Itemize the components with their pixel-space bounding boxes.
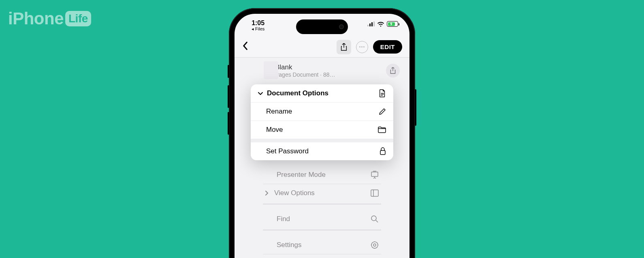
more-button[interactable] bbox=[356, 41, 368, 53]
document-share-button[interactable] bbox=[386, 64, 400, 77]
volume-down-button bbox=[228, 112, 229, 135]
menu-rename[interactable]: Rename bbox=[251, 103, 393, 121]
content-area: Blank Pages Document · 88… Document Opti… bbox=[235, 58, 409, 258]
back-to-app[interactable]: ◂ Files bbox=[252, 26, 264, 32]
lock-icon bbox=[380, 147, 386, 155]
svg-rect-2 bbox=[371, 22, 373, 26]
volume-up-button bbox=[228, 85, 229, 108]
pencil-icon bbox=[379, 108, 386, 115]
mute-switch bbox=[228, 65, 229, 78]
document-options-popover: Document Options Rename Move Set Pa bbox=[251, 84, 393, 160]
menu-separator bbox=[251, 139, 393, 142]
svg-rect-0 bbox=[367, 25, 369, 26]
watermark-brand: iPhone bbox=[8, 9, 64, 28]
menu-move[interactable]: Move bbox=[251, 121, 393, 139]
edit-button[interactable]: EDIT bbox=[373, 40, 402, 54]
document-icon bbox=[379, 89, 386, 97]
watermark-logo: iPhone Life bbox=[8, 9, 91, 28]
chevron-down-icon bbox=[257, 90, 264, 97]
chevron-right-icon bbox=[263, 190, 270, 196]
menu-label: Presenter Mode bbox=[277, 171, 367, 179]
menu-label: Document Options bbox=[267, 89, 328, 97]
folder-icon bbox=[378, 127, 386, 133]
background-menu: Presenter Mode View Options Fi bbox=[263, 166, 381, 258]
menu-label: Set Password bbox=[266, 147, 375, 155]
phone-frame: 1:05 ◂ Files bbox=[229, 8, 415, 258]
watermark-badge: Life bbox=[65, 11, 91, 26]
search-icon bbox=[371, 215, 379, 223]
svg-rect-3 bbox=[373, 22, 375, 26]
phone-screen: 1:05 ◂ Files bbox=[235, 14, 409, 258]
document-thumbnail bbox=[264, 61, 278, 79]
presenter-icon bbox=[371, 171, 379, 179]
menu-label: Find bbox=[277, 215, 367, 223]
gear-icon bbox=[371, 241, 379, 249]
nav-bar: EDIT bbox=[235, 37, 409, 58]
menu-label: View Options bbox=[274, 189, 367, 197]
svg-rect-5 bbox=[371, 172, 378, 176]
menu-help[interactable]: Help bbox=[263, 254, 381, 258]
dynamic-island bbox=[296, 19, 348, 34]
svg-point-7 bbox=[371, 216, 376, 221]
back-button[interactable] bbox=[242, 41, 248, 53]
document-subtitle: Pages Document · 88… bbox=[275, 71, 381, 78]
sidebar-icon bbox=[371, 189, 379, 197]
menu-settings[interactable]: Settings bbox=[263, 236, 381, 254]
power-button bbox=[415, 89, 416, 126]
svg-rect-1 bbox=[369, 24, 371, 26]
menu-view-options[interactable]: View Options bbox=[263, 184, 381, 202]
share-button[interactable] bbox=[337, 40, 351, 54]
document-title: Blank bbox=[275, 63, 381, 71]
menu-presenter-mode[interactable]: Presenter Mode bbox=[263, 166, 381, 184]
wifi-icon bbox=[377, 22, 384, 27]
menu-document-options[interactable]: Document Options bbox=[251, 84, 393, 103]
battery-icon bbox=[387, 21, 398, 27]
document-header: Blank Pages Document · 88… bbox=[235, 63, 409, 82]
menu-label: Rename bbox=[266, 108, 375, 116]
menu-set-password[interactable]: Set Password bbox=[251, 142, 393, 160]
cellular-icon bbox=[367, 22, 375, 26]
menu-find[interactable]: Find bbox=[263, 210, 381, 228]
svg-rect-4 bbox=[380, 150, 385, 155]
menu-label: Move bbox=[266, 126, 374, 134]
svg-rect-6 bbox=[371, 190, 378, 196]
status-time: 1:05 bbox=[252, 19, 264, 27]
svg-point-9 bbox=[373, 244, 376, 246]
menu-label: Settings bbox=[277, 241, 367, 249]
